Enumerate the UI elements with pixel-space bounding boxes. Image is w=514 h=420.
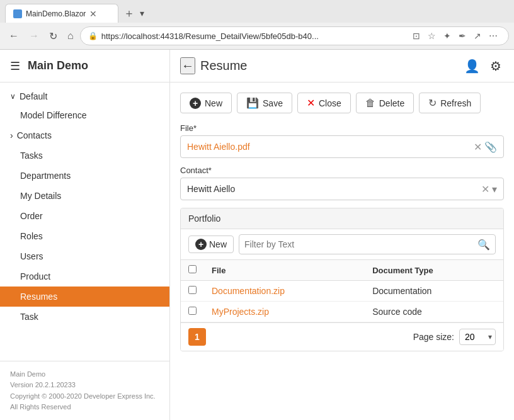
delete-button[interactable]: 🗑 Delete bbox=[356, 93, 414, 113]
portfolio-table: File Document Type Documentation.zip bbox=[181, 260, 503, 322]
back-button[interactable]: ← bbox=[180, 57, 195, 74]
page-size-label: Page size: bbox=[413, 332, 454, 342]
portfolio-new-label: New bbox=[209, 239, 227, 249]
file-clear-button[interactable]: ✕ bbox=[474, 141, 482, 153]
main-header-right: 👤 ⚙ bbox=[462, 56, 504, 76]
chevron-right-icon: › bbox=[10, 130, 13, 140]
back-nav-button[interactable]: ← bbox=[5, 28, 23, 44]
file-label: File* bbox=[180, 123, 504, 133]
select-all-checkbox[interactable] bbox=[188, 265, 197, 273]
sidebar-section-default[interactable]: ∨ Default bbox=[0, 88, 169, 105]
pagination: 1 Page size: 20 50 100 bbox=[181, 322, 503, 351]
save-icon: 💾 bbox=[246, 97, 259, 109]
row1-checkbox-cell bbox=[181, 281, 204, 302]
sidebar-item-departments[interactable]: Departments bbox=[0, 166, 169, 186]
portfolio-search-box[interactable]: 🔍 bbox=[239, 234, 496, 254]
page-1-button[interactable]: 1 bbox=[188, 328, 206, 346]
sidebar-item-order[interactable]: Order bbox=[0, 206, 169, 226]
refresh-button[interactable]: ↻ Refresh bbox=[419, 93, 481, 113]
sidebar-item-my-details[interactable]: My Details bbox=[0, 186, 169, 206]
sidebar-item-product[interactable]: Product bbox=[0, 266, 169, 287]
sidebar-item-model-difference[interactable]: Model Difference bbox=[0, 105, 169, 125]
home-nav-button[interactable]: ⌂ bbox=[64, 28, 77, 44]
tab-close-button[interactable]: ✕ bbox=[89, 9, 97, 19]
save-label: Save bbox=[263, 98, 283, 108]
sidebar: ☰ Main Demo ∨ Default Model Difference ›… bbox=[0, 50, 170, 420]
file-input[interactable]: Hewitt Aiello.pdf ✕ 📎 bbox=[180, 135, 504, 158]
forward-nav-button[interactable]: → bbox=[25, 28, 43, 44]
refresh-label: Refresh bbox=[440, 98, 471, 108]
tab-favicon bbox=[13, 9, 22, 18]
sidebar-footer: Main Demo Version 20.2.1.20233 Copyright… bbox=[0, 361, 169, 420]
main-header-left: ← Resume bbox=[180, 57, 247, 74]
portfolio-new-button[interactable]: + New bbox=[188, 236, 234, 253]
more-button[interactable]: ⋯ bbox=[486, 30, 501, 42]
contact-input[interactable]: Hewitt Aiello ✕ ▾ bbox=[180, 178, 504, 200]
browser-chrome: MainDemo.Blazor ✕ ＋ ▾ ← → ↻ ⌂ 🔒 https://… bbox=[0, 0, 514, 50]
close-button[interactable]: ✕ Close bbox=[297, 93, 351, 113]
bookmark-button[interactable]: ☆ bbox=[425, 30, 439, 42]
main-body: + New 💾 Save ✕ Close 🗑 Delete ↻ Refr bbox=[170, 82, 514, 420]
refresh-icon: ↻ bbox=[428, 97, 437, 109]
new-button[interactable]: + New bbox=[180, 93, 232, 113]
file-field-section: File* Hewitt Aiello.pdf ✕ 📎 bbox=[180, 123, 504, 158]
browser-nav: ← → ↻ ⌂ 🔒 https://localhost:44318/Resume… bbox=[0, 23, 514, 49]
hamburger-icon[interactable]: ☰ bbox=[10, 59, 20, 73]
row1-checkbox[interactable] bbox=[188, 286, 197, 294]
toolbar: + New 💾 Save ✕ Close 🗑 Delete ↻ Refr bbox=[180, 93, 504, 113]
sidebar-item-users[interactable]: Users bbox=[0, 246, 169, 266]
portfolio-section-title: Portfolio bbox=[181, 208, 503, 229]
active-tab[interactable]: MainDemo.Blazor ✕ bbox=[5, 4, 118, 23]
row2-file-link[interactable]: MyProjects.zip bbox=[212, 307, 269, 317]
contact-clear-button[interactable]: ✕ bbox=[481, 183, 489, 195]
pagination-right: Page size: 20 50 100 bbox=[413, 329, 496, 345]
save-button[interactable]: 💾 Save bbox=[237, 93, 292, 113]
address-bar[interactable]: 🔒 https://localhost:44318/Resume_DetailV… bbox=[80, 26, 509, 45]
contact-label: Contact* bbox=[180, 166, 504, 175]
col-file-header: File bbox=[204, 260, 365, 281]
row1-file-link[interactable]: Documentation.zip bbox=[212, 286, 285, 296]
contact-value: Hewitt Aiello bbox=[187, 184, 479, 194]
row2-checkbox[interactable] bbox=[188, 307, 197, 315]
footer-line4: All Rights Reserved bbox=[10, 402, 159, 413]
user-avatar-button[interactable]: 👤 bbox=[462, 56, 483, 76]
main-content: ← Resume 👤 ⚙ + New 💾 Save ✕ bbox=[170, 50, 514, 420]
filter-input[interactable] bbox=[244, 239, 477, 249]
sidebar-item-contacts[interactable]: › Contacts bbox=[0, 125, 169, 145]
page-size-select[interactable]: 20 50 100 bbox=[459, 329, 496, 345]
app-container: ☰ Main Demo ∨ Default Model Difference ›… bbox=[0, 50, 514, 420]
bookmark-star-button[interactable]: ✦ bbox=[440, 30, 454, 42]
portfolio-section: Portfolio + New 🔍 bbox=[180, 208, 504, 351]
sidebar-item-resumes[interactable]: Resumes bbox=[0, 287, 169, 307]
pen-button[interactable]: ✒ bbox=[455, 30, 469, 42]
settings-button[interactable]: ⚙ bbox=[488, 56, 504, 76]
col-doctype-header: Document Type bbox=[365, 260, 503, 281]
footer-line2: Version 20.2.1.20233 bbox=[10, 380, 159, 391]
sidebar-section-label: Default bbox=[20, 91, 47, 101]
file-value: Hewitt Aiello.pdf bbox=[187, 142, 471, 152]
share-button[interactable]: ↗ bbox=[471, 30, 484, 42]
app-title: Main Demo bbox=[28, 59, 88, 72]
file-attach-button[interactable]: 📎 bbox=[484, 141, 497, 153]
reload-nav-button[interactable]: ↻ bbox=[45, 28, 61, 45]
new-tab-button[interactable]: ＋ bbox=[118, 4, 140, 22]
close-icon: ✕ bbox=[307, 97, 315, 109]
tab-list-button[interactable]: ▾ bbox=[140, 8, 144, 18]
sidebar-item-task[interactable]: Task bbox=[0, 307, 169, 327]
search-button[interactable]: 🔍 bbox=[477, 239, 490, 251]
contact-dropdown-button[interactable]: ▾ bbox=[492, 183, 497, 195]
delete-label: Delete bbox=[379, 98, 404, 108]
chevron-down-icon: ∨ bbox=[10, 92, 16, 101]
lock-icon: 🔒 bbox=[88, 31, 98, 40]
page-title: Resume bbox=[200, 59, 247, 73]
table-header-checkbox bbox=[181, 260, 204, 281]
pip-button[interactable]: ⊡ bbox=[409, 30, 423, 42]
contact-field-section: Contact* Hewitt Aiello ✕ ▾ bbox=[180, 166, 504, 200]
main-header: ← Resume 👤 ⚙ bbox=[170, 50, 514, 82]
portfolio-toolbar: + New 🔍 bbox=[181, 229, 503, 260]
tab-bar: MainDemo.Blazor ✕ ＋ ▾ bbox=[0, 0, 514, 23]
sidebar-item-roles[interactable]: Roles bbox=[0, 226, 169, 246]
trash-icon: 🗑 bbox=[365, 98, 375, 109]
sidebar-item-tasks[interactable]: Tasks bbox=[0, 145, 169, 166]
row2-doctype: Source code bbox=[365, 302, 503, 322]
